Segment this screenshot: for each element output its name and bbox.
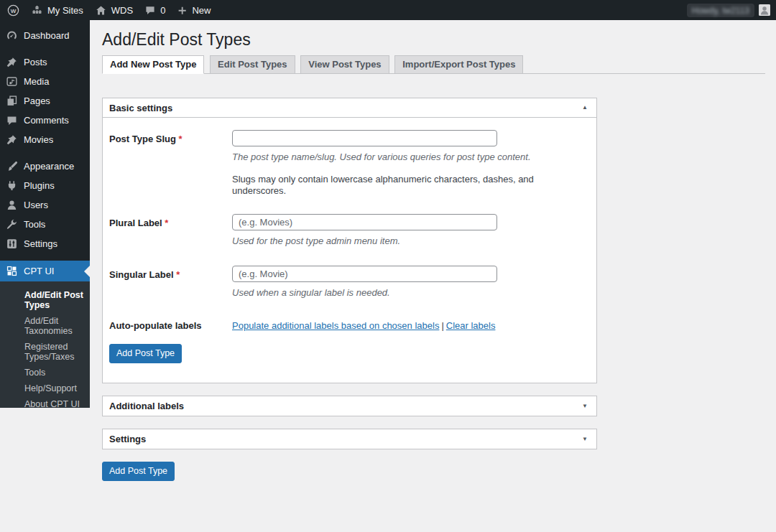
sidebar-item-settings[interactable]: Settings (0, 234, 90, 253)
post-type-slug-label: Post Type Slug (109, 134, 176, 144)
sidebar-item-label: Dashboard (24, 30, 70, 42)
expand-panel-caret-icon[interactable] (582, 437, 588, 442)
settings-title: Settings (109, 434, 146, 444)
auto-populate-label: Auto-populate labels (109, 320, 232, 331)
plural-label-description: Used for the post type admin menu item. (232, 235, 590, 247)
singular-label-input[interactable] (232, 266, 497, 282)
sidebar-item-label: Settings (24, 238, 57, 250)
sidebar-item-label: Movies (24, 134, 53, 146)
new-content-menu[interactable]: New (177, 5, 211, 16)
required-asterisk: * (165, 218, 168, 228)
brush-icon (6, 160, 18, 172)
sidebar-item-label: Plugins (24, 180, 55, 192)
home-icon (95, 4, 107, 17)
admin-bar: W My Sites WDS (0, 0, 776, 20)
basic-settings-panel: Basic settings Post Type Slug * The post… (102, 98, 597, 383)
sidebar-item-label: CPT UI (24, 266, 54, 277)
sliders-icon (6, 238, 18, 250)
sidebar-item-label: Media (24, 76, 49, 88)
post-type-slug-input[interactable] (232, 130, 497, 146)
sidebar-item-tools[interactable]: Tools (0, 215, 90, 234)
slug-note: Slugs may only contain lowercase alphanu… (232, 174, 590, 197)
sidebar-item-pages[interactable]: Pages (0, 91, 90, 111)
add-post-type-button[interactable]: Add Post Type (109, 344, 182, 363)
tab-view-post-types[interactable]: View Post Types (300, 55, 389, 74)
sidebar-item-label: Pages (24, 95, 50, 107)
basic-settings-title: Basic settings (109, 103, 172, 113)
sidebar-item-appearance[interactable]: Appearance (0, 157, 90, 176)
populate-labels-link[interactable]: Populate additional labels based on chos… (232, 320, 439, 331)
sidebar-item-posts[interactable]: Posts (0, 52, 90, 72)
plural-label-label: Plural Label (109, 218, 162, 228)
tab-edit-post-types[interactable]: Edit Post Types (210, 55, 295, 74)
comments-menu[interactable]: 0 (144, 4, 165, 16)
cptui-menu-block: CPT UI Add/Edit Post Types Add/Edit Taxo… (0, 261, 90, 408)
comment-count: 0 (160, 5, 165, 16)
dashboard-icon (6, 29, 18, 42)
comment-icon (6, 114, 18, 126)
sidebar-item-label: Appearance (24, 161, 74, 172)
my-sites-menu[interactable]: My Sites (31, 4, 83, 17)
add-post-type-button-footer[interactable]: Add Post Type (102, 462, 175, 481)
site-name-label: WDS (111, 5, 133, 16)
sidebar-item-movies[interactable]: Movies (0, 130, 90, 149)
plural-label-input[interactable] (232, 214, 497, 230)
page-title: Add/Edit Post Types (102, 20, 776, 50)
sidebar-item-label: Users (24, 200, 48, 211)
my-sites-icon (31, 4, 43, 17)
singular-label-label: Singular Label (109, 269, 174, 280)
comment-bubble-icon (144, 4, 156, 16)
settings-header[interactable]: Settings (103, 429, 596, 449)
account-menu[interactable]: Howdy, tw2113 (687, 4, 754, 17)
sidebar-item-label: Comments (24, 115, 69, 126)
cptui-submenu: Add/Edit Post Types Add/Edit Taxonomies … (0, 281, 90, 408)
media-icon (6, 75, 18, 88)
required-asterisk: * (176, 269, 180, 280)
sidebar-item-plugins[interactable]: Plugins (0, 176, 90, 195)
svg-text:W: W (11, 7, 17, 14)
clear-labels-link[interactable]: Clear labels (446, 320, 496, 331)
expand-panel-caret-icon[interactable] (582, 403, 588, 409)
plural-label-row: Plural Label * Used for the post type ad… (109, 214, 590, 247)
additional-labels-header[interactable]: Additional labels (103, 396, 596, 416)
submenu-add-edit-post-types[interactable]: Add/Edit Post Types (0, 287, 90, 313)
site-menu[interactable]: WDS (95, 4, 133, 17)
basic-settings-header[interactable]: Basic settings (103, 98, 596, 118)
main-content: Add/Edit Post Types Add New Post Type Ed… (90, 20, 776, 532)
howdy-text: Howdy, tw2113 (692, 6, 749, 16)
post-type-slug-description: The post type name/slug. Used for variou… (232, 151, 590, 163)
sidebar-item-dashboard[interactable]: Dashboard (0, 26, 90, 45)
submenu-tools[interactable]: Tools (0, 365, 90, 381)
tab-import-export-post-types[interactable]: Import/Export Post Types (394, 55, 523, 74)
submenu-about-cpt-ui[interactable]: About CPT UI (0, 396, 90, 408)
settings-panel: Settings (102, 429, 597, 449)
forms-grid-icon (6, 265, 18, 277)
user-icon (6, 199, 18, 211)
avatar[interactable] (759, 4, 770, 16)
sidebar-item-users[interactable]: Users (0, 195, 90, 215)
sidebar-item-label: Tools (24, 219, 45, 230)
additional-labels-panel: Additional labels (102, 396, 597, 416)
plus-icon (177, 5, 188, 16)
sidebar-item-media[interactable]: Media (0, 72, 90, 91)
pages-icon (6, 95, 18, 107)
new-label: New (192, 5, 211, 16)
submenu-help-support[interactable]: Help/Support (0, 381, 90, 396)
sidebar-item-comments[interactable]: Comments (0, 111, 90, 130)
sidebar-item-cpt-ui[interactable]: CPT UI (0, 261, 90, 281)
submenu-add-edit-taxonomies[interactable]: Add/Edit Taxonomies (0, 313, 90, 339)
wrench-icon (6, 218, 18, 230)
post-type-slug-row: Post Type Slug * The post type name/slug… (109, 130, 590, 197)
required-asterisk: * (179, 134, 183, 144)
collapse-panel-caret-icon[interactable] (582, 105, 588, 111)
singular-label-description: Used when a singular label is needed. (232, 287, 590, 299)
tab-bar: Add New Post Type Edit Post Types View P… (102, 55, 765, 74)
pushpin-icon (6, 134, 18, 146)
wordpress-logo-icon[interactable]: W (7, 4, 19, 17)
submenu-registered-types-taxes[interactable]: Registered Types/Taxes (0, 339, 90, 365)
singular-label-row: Singular Label * Used when a singular la… (109, 266, 590, 299)
plugin-icon (6, 179, 18, 192)
tab-add-new-post-type[interactable]: Add New Post Type (102, 55, 204, 74)
sidebar-item-label: Posts (24, 57, 47, 68)
admin-sidebar: Dashboard Posts Media (0, 20, 90, 408)
